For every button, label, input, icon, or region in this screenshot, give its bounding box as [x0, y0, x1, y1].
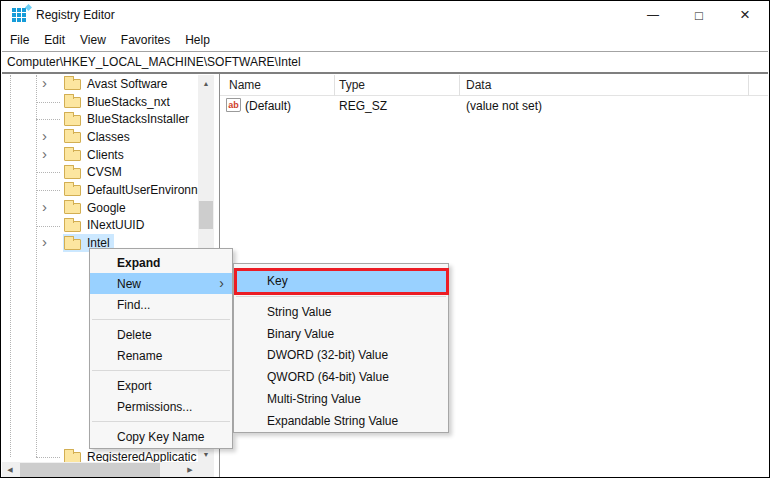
menu-file[interactable]: File	[10, 33, 37, 47]
menu-item-label: DWORD (32-bit) Value	[267, 348, 388, 362]
string-value-icon: ab	[226, 98, 241, 112]
menu-item-label: Find...	[117, 298, 150, 312]
folder-icon	[64, 79, 81, 90]
menu-item-label: New	[117, 277, 141, 291]
context-menu: Expand New › Find... Delete Rename Expor…	[89, 248, 233, 449]
chevron-right-icon[interactable]: ›	[42, 75, 47, 91]
vertical-scrollbar-thumb[interactable]	[199, 201, 213, 229]
tree-item-bluestacksinstaller[interactable]: BlueStacksInstaller	[2, 110, 198, 128]
tree-item-label[interactable]: BlueStacks_nxt	[87, 95, 170, 109]
maximize-button[interactable]: □	[676, 1, 722, 29]
submenu-item-string-value[interactable]: String Value	[234, 301, 448, 323]
minimize-icon: —	[647, 8, 659, 22]
menu-item-label: QWORD (64-bit) Value	[267, 370, 389, 384]
scroll-up-icon[interactable]: ▲	[198, 75, 214, 91]
menu-item-label: String Value	[267, 305, 331, 319]
column-header-type[interactable]: Type	[339, 78, 365, 92]
scroll-right-icon[interactable]: ▶	[182, 462, 198, 478]
new-submenu: Key String Value Binary Value DWORD (32-…	[233, 263, 449, 433]
close-icon: ×	[740, 5, 750, 25]
context-menu-item-copy-key-name[interactable]: Copy Key Name	[90, 426, 232, 447]
tree-item-defaultuserenvironment[interactable]: DefaultUserEnvironn	[2, 181, 198, 199]
tree-item-google[interactable]: › Google	[2, 199, 198, 217]
tree-item-label[interactable]: INextUUID	[87, 218, 144, 232]
folder-icon	[64, 239, 81, 250]
context-menu-item-expand[interactable]: Expand	[90, 252, 232, 273]
context-menu-item-new[interactable]: New ›	[90, 273, 232, 294]
minimize-button[interactable]: —	[630, 1, 676, 29]
tree-item-label[interactable]: BlueStacksInstaller	[87, 112, 189, 126]
menu-edit[interactable]: Edit	[44, 33, 73, 47]
column-separator[interactable]	[459, 75, 460, 96]
tree-item-bluestacks-nxt[interactable]: BlueStacks_nxt	[2, 93, 198, 111]
submenu-item-dword-value[interactable]: DWORD (32-bit) Value	[234, 345, 448, 367]
title-bar: Registry Editor — □ ×	[2, 1, 768, 29]
menu-item-label: Expand	[117, 256, 160, 270]
folder-icon	[64, 150, 81, 161]
chevron-right-icon[interactable]: ›	[42, 146, 47, 162]
submenu-item-qword-value[interactable]: QWORD (64-bit) Value	[234, 366, 448, 388]
tree-item-label[interactable]: DefaultUserEnvironn	[87, 183, 198, 197]
tree-item-label[interactable]: Clients	[87, 148, 124, 162]
tree-item-avast-software[interactable]: › Avast Software	[2, 75, 198, 93]
menu-item-label: Key	[267, 274, 288, 288]
folder-icon	[64, 97, 81, 108]
submenu-item-key[interactable]: Key	[234, 270, 448, 292]
menu-item-label: Multi-String Value	[267, 392, 361, 406]
submenu-arrow-icon: ›	[219, 275, 224, 291]
tree-item-cvsm[interactable]: CVSM	[2, 163, 198, 181]
window-title: Registry Editor	[36, 8, 115, 22]
tree-item-label[interactable]: CVSM	[87, 165, 122, 179]
context-menu-item-permissions[interactable]: Permissions...	[90, 396, 232, 417]
menu-favorites[interactable]: Favorites	[121, 33, 178, 47]
tree-guide-dots	[36, 119, 60, 120]
tree-guide-dots	[36, 172, 60, 173]
context-menu-item-find[interactable]: Find...	[90, 294, 232, 315]
menu-item-label: Rename	[117, 349, 162, 363]
tree-guide-dots	[36, 190, 60, 191]
column-separator[interactable]	[748, 75, 749, 96]
folder-icon	[64, 203, 81, 214]
tree-guide-dots	[36, 226, 60, 227]
value-data: (value not set)	[466, 99, 542, 113]
submenu-item-multi-string-value[interactable]: Multi-String Value	[234, 388, 448, 410]
menu-item-label: Delete	[117, 328, 152, 342]
tree-guide-dots	[36, 457, 60, 458]
list-header: Name Type Data	[220, 75, 768, 96]
address-input[interactable]	[2, 55, 768, 69]
chevron-right-icon[interactable]: ›	[42, 199, 47, 215]
context-menu-item-export[interactable]: Export	[90, 375, 232, 396]
chevron-right-icon[interactable]: ›	[42, 128, 47, 144]
menu-item-label: Copy Key Name	[117, 430, 204, 444]
tree-item-clients[interactable]: › Clients	[2, 146, 198, 164]
menu-separator	[92, 370, 230, 371]
context-menu-item-delete[interactable]: Delete	[90, 324, 232, 345]
tree-item-inextuuid[interactable]: INextUUID	[2, 217, 198, 235]
value-name[interactable]: (Default)	[245, 99, 291, 113]
tree-item-label[interactable]: Google	[87, 201, 126, 215]
horizontal-scrollbar-thumb[interactable]	[20, 463, 160, 477]
scroll-left-icon[interactable]: ◀	[2, 462, 18, 478]
menu-separator	[92, 421, 230, 422]
tree-item-label[interactable]: Avast Software	[87, 77, 167, 91]
tree-item-classes[interactable]: › Classes	[2, 128, 198, 146]
menu-separator	[236, 296, 446, 297]
menu-view[interactable]: View	[80, 33, 114, 47]
value-row-default[interactable]: ab (Default) REG_SZ (value not set)	[220, 97, 768, 115]
folder-icon	[64, 168, 81, 179]
submenu-item-expandable-string-value[interactable]: Expandable String Value	[234, 410, 448, 432]
column-header-name[interactable]: Name	[229, 78, 261, 92]
column-separator[interactable]	[334, 75, 335, 96]
close-button[interactable]: ×	[722, 1, 768, 29]
tree-horizontal-scrollbar[interactable]: ◀ ▶	[2, 462, 214, 478]
folder-icon	[64, 115, 81, 126]
tree-item-label[interactable]: Classes	[87, 130, 130, 144]
column-header-data[interactable]: Data	[466, 78, 491, 92]
folder-icon	[64, 185, 81, 196]
menu-help[interactable]: Help	[185, 33, 218, 47]
menu-item-label: Permissions...	[117, 400, 192, 414]
submenu-item-binary-value[interactable]: Binary Value	[234, 323, 448, 345]
menu-separator	[92, 319, 230, 320]
context-menu-item-rename[interactable]: Rename	[90, 345, 232, 366]
chevron-right-icon[interactable]: ›	[42, 234, 47, 250]
